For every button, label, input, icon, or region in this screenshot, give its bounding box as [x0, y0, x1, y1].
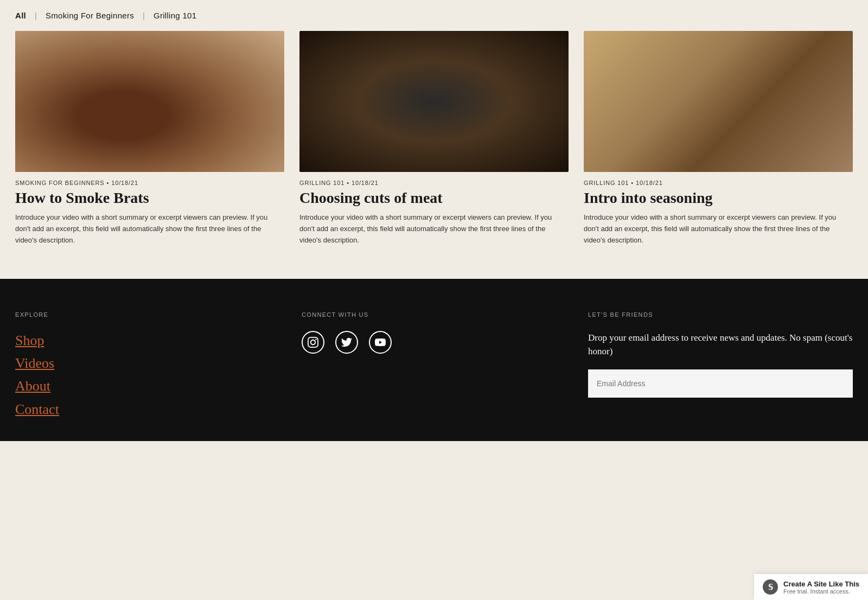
card-3-date: 10/18/21: [636, 180, 663, 186]
footer-friends-col: LET'S BE FRIENDS Drop your email address…: [588, 311, 853, 420]
footer-connect-label: CONNECT WITH US: [302, 311, 566, 318]
card-2-image-placeholder: [299, 31, 569, 172]
footer: EXPLORE Shop Videos About Contact CONNEC…: [0, 279, 868, 442]
card-3-image[interactable]: [584, 31, 853, 172]
filter-sep-1: |: [35, 11, 37, 20]
card-1-date: 10/18/21: [111, 180, 138, 186]
card-2-excerpt: Introduce your video with a short summar…: [299, 212, 569, 246]
main-content: SMOKING FOR BEGINNERS • 10/18/21 How to …: [0, 31, 868, 279]
card-2-title[interactable]: Choosing cuts of meat: [299, 189, 569, 207]
social-icons: [302, 331, 566, 354]
friends-text: Drop your email address to receive news …: [588, 331, 853, 359]
card-1-title[interactable]: How to Smoke Brats: [15, 189, 284, 207]
footer-friends-label: LET'S BE FRIENDS: [588, 311, 853, 318]
footer-link-shop[interactable]: Shop: [15, 331, 280, 350]
card-2-date: 10/18/21: [352, 180, 379, 186]
footer-explore-col: EXPLORE Shop Videos About Contact: [15, 311, 280, 420]
card-3-category: GRILLING 101: [584, 180, 629, 186]
card-3-sep: •: [631, 180, 636, 186]
card-1-category: SMOKING FOR BEGINNERS: [15, 180, 105, 186]
cards-grid: SMOKING FOR BEGINNERS • 10/18/21 How to …: [15, 31, 853, 246]
instagram-icon[interactable]: [302, 331, 324, 354]
filter-bar: All | Smoking For Beginners | Grilling 1…: [0, 0, 868, 31]
card-3-meta: GRILLING 101 • 10/18/21: [584, 180, 853, 186]
footer-link-videos[interactable]: Videos: [15, 354, 280, 373]
card-1-excerpt: Introduce your video with a short summar…: [15, 212, 284, 246]
footer-link-contact[interactable]: Contact: [15, 400, 280, 419]
footer-links: Shop Videos About Contact: [15, 331, 280, 420]
card-3-excerpt: Introduce your video with a short summar…: [584, 212, 853, 246]
card-1-image-placeholder: [15, 31, 284, 172]
card-1-image[interactable]: [15, 31, 284, 172]
card-2-sep: •: [347, 180, 352, 186]
card-2-meta: GRILLING 101 • 10/18/21: [299, 180, 569, 186]
footer-link-about[interactable]: About: [15, 376, 280, 396]
card-3-title[interactable]: Intro into seasoning: [584, 189, 853, 207]
footer-explore-label: EXPLORE: [15, 311, 280, 318]
card-3-image-placeholder: [584, 31, 853, 172]
email-input[interactable]: [588, 369, 853, 398]
card-3: GRILLING 101 • 10/18/21 Intro into seaso…: [584, 31, 853, 246]
card-1-meta: SMOKING FOR BEGINNERS • 10/18/21: [15, 180, 284, 186]
card-2: GRILLING 101 • 10/18/21 Choosing cuts of…: [299, 31, 569, 246]
card-2-category: GRILLING 101: [299, 180, 344, 186]
filter-smoking[interactable]: Smoking For Beginners: [46, 11, 134, 20]
filter-grilling[interactable]: Grilling 101: [154, 11, 196, 20]
card-1-sep: •: [107, 180, 112, 186]
card-1: SMOKING FOR BEGINNERS • 10/18/21 How to …: [15, 31, 284, 246]
footer-connect-col: CONNECT WITH US: [302, 311, 566, 420]
youtube-icon[interactable]: [369, 331, 392, 354]
filter-all[interactable]: All: [15, 11, 26, 20]
card-2-image[interactable]: [299, 31, 569, 172]
filter-sep-2: |: [143, 11, 145, 20]
twitter-icon[interactable]: [335, 331, 358, 354]
